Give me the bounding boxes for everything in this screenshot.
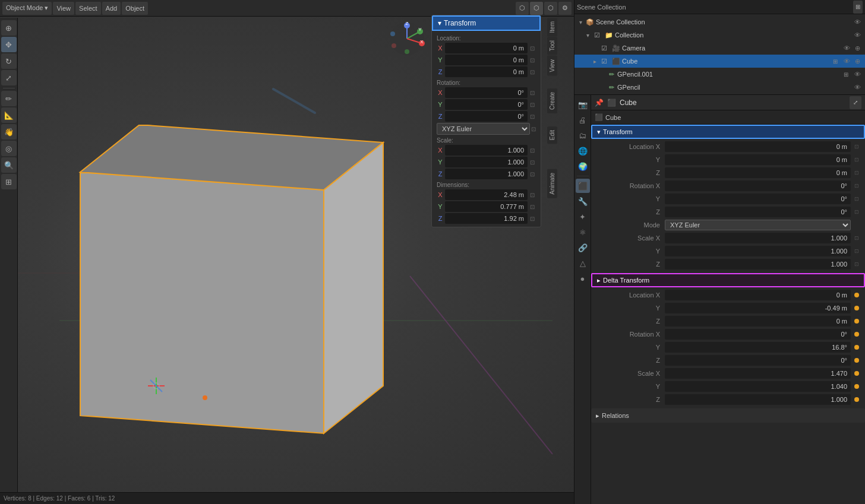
loc-x-value[interactable]: 0 m (445, 43, 528, 53)
prop-rot-z-value[interactable]: 0° (665, 207, 851, 217)
scene-collection-visibility[interactable]: 👁 (852, 18, 863, 26)
item-tab[interactable]: Item (547, 18, 557, 36)
prop-rot-y-value[interactable]: 0° (665, 194, 851, 204)
camera-visibility[interactable]: 👁 (841, 45, 852, 52)
orbit-tool[interactable]: ◎ (1, 141, 17, 156)
outliner-filter-btn[interactable]: ⊞ (853, 1, 863, 14)
loc-z-value[interactable]: 0 m (445, 66, 528, 77)
cube-render-vis[interactable]: ⊕ (852, 58, 863, 65)
annotate-tool[interactable]: ✏ (1, 91, 17, 106)
prop-loc-z-value[interactable]: 0 m (665, 167, 851, 178)
select-menu[interactable]: Select (75, 2, 101, 15)
mode-select[interactable]: XYZ Euler (665, 220, 851, 230)
delta-transform-section-header[interactable]: ▸ Delta Transform (591, 273, 865, 287)
prop-scale-x-value[interactable]: 1.000 (665, 233, 851, 243)
material-props-btn[interactable]: ● (576, 271, 590, 286)
object-data-props-btn[interactable]: △ (576, 256, 590, 270)
loc-y-value[interactable]: 0 m (445, 55, 528, 65)
rotation-mode-select[interactable]: XYZ Euler (437, 123, 530, 135)
rotate-tool[interactable]: ↻ (1, 53, 17, 69)
dim-z-value[interactable]: 1.92 m (445, 213, 528, 224)
delta-loc-y-value[interactable]: -0.49 m (665, 303, 851, 313)
camera-icon: 🎥 (611, 45, 621, 52)
relations-section-header[interactable]: ▸ Relations (591, 408, 865, 423)
tree-row-gpencil[interactable]: ✏ GPencil 👁 (574, 81, 865, 94)
rot-y-value[interactable]: 0° (445, 99, 528, 110)
dim-x-label: X (435, 191, 445, 198)
scale-y-value[interactable]: 1.000 (445, 157, 528, 167)
delta-sub-section: Location X 0 m Y -0.49 m (591, 287, 865, 407)
cursor-tool[interactable]: ⊕ (1, 20, 17, 36)
constraints-props-btn[interactable]: 🔗 (576, 240, 590, 255)
viewport[interactable]: Object Mode ▾ View Select Add Object ⬡ ⬡… (0, 0, 574, 504)
create-tab[interactable]: Create (547, 88, 557, 113)
view-menu[interactable]: View (53, 2, 74, 15)
object-props-btn[interactable]: ⬛ (576, 179, 590, 193)
grid-tool[interactable]: ⊞ (1, 174, 17, 189)
delta-rot-z-value[interactable]: 0° (665, 355, 851, 366)
view-layer-props-btn[interactable]: 🗂 (576, 128, 590, 142)
prop-scale-y-value[interactable]: 1.000 (665, 246, 851, 256)
physics-props-btn[interactable]: ⚛ (576, 225, 590, 239)
prop-rot-x-value[interactable]: 0° (665, 180, 851, 191)
delta-loc-z-value[interactable]: 0 m (665, 316, 851, 327)
prop-loc-x-icons: ⊡ (851, 144, 863, 150)
move-tool[interactable]: ✥ (1, 37, 17, 52)
edit-tab[interactable]: Edit (547, 126, 557, 144)
viewport-options[interactable]: ⚙ (558, 2, 572, 15)
tool-tab[interactable]: Tool (547, 37, 557, 55)
camera-checkbox[interactable]: ☑ (599, 45, 609, 52)
animate-tab[interactable]: Animate (547, 169, 557, 198)
measure-tool[interactable]: 📐 (1, 107, 17, 123)
world-props-btn[interactable]: 🌍 (576, 159, 590, 173)
scene-props-btn[interactable]: 🌐 (576, 144, 590, 158)
delta-rot-y-value[interactable]: 16.8° (665, 342, 851, 353)
render-props-btn[interactable]: 📷 (576, 97, 590, 112)
object-mode-button[interactable]: Object Mode ▾ (2, 2, 52, 15)
prop-scale-y-label: Y (593, 248, 665, 255)
tree-row-camera[interactable]: ☑ 🎥 Camera 👁 ⊕ (574, 42, 865, 55)
delta-loc-x-value[interactable]: 0 m (665, 290, 851, 300)
prop-header-expand[interactable]: ⤢ (850, 96, 861, 109)
cube-visibility[interactable]: 👁 (841, 58, 852, 65)
viewport-shading-wireframe[interactable]: ⬡ (516, 2, 529, 15)
viewport-gizmo[interactable]: Z Y X (389, 21, 425, 56)
transform-section-header[interactable]: ▾ Transform (591, 125, 865, 139)
dim-x-value[interactable]: 2.48 m (445, 189, 528, 200)
prop-header-pin[interactable]: 📌 (595, 99, 604, 107)
delta-scale-x-value[interactable]: 1.470 (665, 368, 851, 379)
gpencil-visibility[interactable]: 👁 (852, 84, 863, 91)
collection-visibility[interactable]: 👁 (852, 31, 863, 39)
tree-row-scene-collection[interactable]: ▾ 📦 Scene Collection 👁 (574, 15, 865, 28)
modifier-props-btn[interactable]: 🔧 (576, 194, 590, 208)
gpencil001-visibility[interactable]: 👁 (852, 71, 863, 78)
scale-x-value[interactable]: 1.000 (445, 145, 528, 156)
grab-tool[interactable]: 👋 (1, 124, 17, 140)
rot-z-value[interactable]: 0° (445, 111, 528, 122)
viewport-shading-render[interactable]: ⬡ (544, 2, 557, 15)
tree-row-cube[interactable]: ▸ ☑ ⬛ Cube ⊞ 👁 ⊕ (574, 55, 865, 68)
output-props-btn[interactable]: 🖨 (576, 113, 590, 127)
transform-sub-section: Location X 0 m ⊡ Y 0 m ⊡ (591, 139, 865, 272)
prop-loc-x-value[interactable]: 0 m (665, 141, 851, 152)
rot-x-value[interactable]: 0° (445, 87, 528, 98)
dim-y-value[interactable]: 0.777 m (445, 201, 528, 212)
cube-checkbox[interactable]: ☑ (599, 58, 609, 65)
tree-row-gpencil001[interactable]: ✏ GPencil.001 ⊞ 👁 (574, 68, 865, 81)
delta-scale-y-value[interactable]: 1.040 (665, 381, 851, 392)
viewport-shading-solid[interactable]: ⬡ (530, 2, 543, 15)
collection-checkbox[interactable]: ☑ (592, 31, 602, 39)
scale-tool[interactable]: ⤢ (1, 70, 17, 85)
zoom-tool[interactable]: 🔍 (1, 157, 17, 173)
object-menu[interactable]: Object (122, 2, 148, 15)
prop-scale-z-value[interactable]: 1.000 (665, 259, 851, 270)
view-tab[interactable]: View (547, 56, 557, 76)
scale-z-value[interactable]: 1.000 (445, 169, 528, 179)
delta-scale-z-value[interactable]: 1.000 (665, 394, 851, 405)
tree-row-collection[interactable]: ▾ ☑ 📁 Collection 👁 (574, 28, 865, 42)
add-menu[interactable]: Add (102, 2, 121, 15)
particles-props-btn[interactable]: ✦ (576, 210, 590, 224)
prop-loc-y-value[interactable]: 0 m (665, 154, 851, 165)
delta-rot-x-value[interactable]: 0° (665, 329, 851, 340)
camera-render-vis[interactable]: ⊕ (852, 45, 863, 52)
